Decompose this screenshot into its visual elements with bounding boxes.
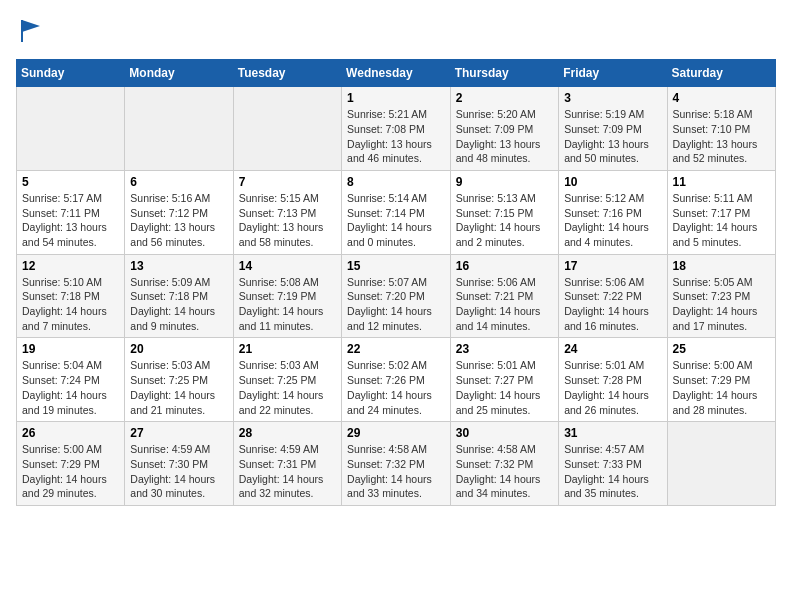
calendar-cell: 13Sunrise: 5:09 AM Sunset: 7:18 PM Dayli…	[125, 254, 233, 338]
day-number: 14	[239, 259, 336, 273]
logo	[16, 16, 46, 49]
day-number: 4	[673, 91, 770, 105]
day-number: 5	[22, 175, 119, 189]
day-number: 12	[22, 259, 119, 273]
day-info: Sunrise: 5:15 AM Sunset: 7:13 PM Dayligh…	[239, 191, 336, 250]
day-info: Sunrise: 5:03 AM Sunset: 7:25 PM Dayligh…	[239, 358, 336, 417]
calendar-cell: 27Sunrise: 4:59 AM Sunset: 7:30 PM Dayli…	[125, 422, 233, 506]
calendar-header-row: SundayMondayTuesdayWednesdayThursdayFrid…	[17, 60, 776, 87]
day-number: 22	[347, 342, 445, 356]
svg-rect-1	[21, 20, 23, 42]
day-number: 27	[130, 426, 227, 440]
day-info: Sunrise: 5:14 AM Sunset: 7:14 PM Dayligh…	[347, 191, 445, 250]
day-number: 16	[456, 259, 553, 273]
calendar-cell: 8Sunrise: 5:14 AM Sunset: 7:14 PM Daylig…	[342, 170, 451, 254]
calendar-cell: 21Sunrise: 5:03 AM Sunset: 7:25 PM Dayli…	[233, 338, 341, 422]
day-info: Sunrise: 5:04 AM Sunset: 7:24 PM Dayligh…	[22, 358, 119, 417]
day-number: 28	[239, 426, 336, 440]
day-info: Sunrise: 5:12 AM Sunset: 7:16 PM Dayligh…	[564, 191, 661, 250]
day-info: Sunrise: 5:03 AM Sunset: 7:25 PM Dayligh…	[130, 358, 227, 417]
calendar-cell: 7Sunrise: 5:15 AM Sunset: 7:13 PM Daylig…	[233, 170, 341, 254]
calendar-cell: 11Sunrise: 5:11 AM Sunset: 7:17 PM Dayli…	[667, 170, 775, 254]
day-number: 7	[239, 175, 336, 189]
day-info: Sunrise: 5:07 AM Sunset: 7:20 PM Dayligh…	[347, 275, 445, 334]
weekday-header-wednesday: Wednesday	[342, 60, 451, 87]
day-number: 29	[347, 426, 445, 440]
calendar-cell: 28Sunrise: 4:59 AM Sunset: 7:31 PM Dayli…	[233, 422, 341, 506]
day-number: 2	[456, 91, 553, 105]
calendar-cell: 20Sunrise: 5:03 AM Sunset: 7:25 PM Dayli…	[125, 338, 233, 422]
calendar-cell: 18Sunrise: 5:05 AM Sunset: 7:23 PM Dayli…	[667, 254, 775, 338]
calendar-cell: 30Sunrise: 4:58 AM Sunset: 7:32 PM Dayli…	[450, 422, 558, 506]
day-info: Sunrise: 5:06 AM Sunset: 7:22 PM Dayligh…	[564, 275, 661, 334]
calendar-cell: 3Sunrise: 5:19 AM Sunset: 7:09 PM Daylig…	[559, 87, 667, 171]
day-info: Sunrise: 4:58 AM Sunset: 7:32 PM Dayligh…	[347, 442, 445, 501]
day-number: 1	[347, 91, 445, 105]
day-info: Sunrise: 5:13 AM Sunset: 7:15 PM Dayligh…	[456, 191, 553, 250]
calendar-cell	[667, 422, 775, 506]
day-number: 8	[347, 175, 445, 189]
weekday-header-friday: Friday	[559, 60, 667, 87]
day-info: Sunrise: 5:00 AM Sunset: 7:29 PM Dayligh…	[673, 358, 770, 417]
weekday-header-monday: Monday	[125, 60, 233, 87]
calendar-cell: 2Sunrise: 5:20 AM Sunset: 7:09 PM Daylig…	[450, 87, 558, 171]
calendar-cell: 31Sunrise: 4:57 AM Sunset: 7:33 PM Dayli…	[559, 422, 667, 506]
day-number: 10	[564, 175, 661, 189]
logo-flag-icon	[18, 16, 46, 44]
day-number: 13	[130, 259, 227, 273]
day-number: 24	[564, 342, 661, 356]
day-info: Sunrise: 5:10 AM Sunset: 7:18 PM Dayligh…	[22, 275, 119, 334]
weekday-header-tuesday: Tuesday	[233, 60, 341, 87]
weekday-header-saturday: Saturday	[667, 60, 775, 87]
day-info: Sunrise: 5:20 AM Sunset: 7:09 PM Dayligh…	[456, 107, 553, 166]
day-number: 25	[673, 342, 770, 356]
day-number: 21	[239, 342, 336, 356]
day-info: Sunrise: 5:11 AM Sunset: 7:17 PM Dayligh…	[673, 191, 770, 250]
calendar-cell: 25Sunrise: 5:00 AM Sunset: 7:29 PM Dayli…	[667, 338, 775, 422]
day-number: 23	[456, 342, 553, 356]
day-info: Sunrise: 4:59 AM Sunset: 7:31 PM Dayligh…	[239, 442, 336, 501]
calendar-cell	[17, 87, 125, 171]
day-info: Sunrise: 5:06 AM Sunset: 7:21 PM Dayligh…	[456, 275, 553, 334]
calendar-cell: 5Sunrise: 5:17 AM Sunset: 7:11 PM Daylig…	[17, 170, 125, 254]
svg-marker-0	[22, 20, 40, 32]
calendar-week-row: 19Sunrise: 5:04 AM Sunset: 7:24 PM Dayli…	[17, 338, 776, 422]
weekday-header-sunday: Sunday	[17, 60, 125, 87]
day-info: Sunrise: 5:16 AM Sunset: 7:12 PM Dayligh…	[130, 191, 227, 250]
day-number: 18	[673, 259, 770, 273]
calendar-cell: 23Sunrise: 5:01 AM Sunset: 7:27 PM Dayli…	[450, 338, 558, 422]
day-number: 26	[22, 426, 119, 440]
calendar-week-row: 5Sunrise: 5:17 AM Sunset: 7:11 PM Daylig…	[17, 170, 776, 254]
day-number: 11	[673, 175, 770, 189]
calendar-week-row: 26Sunrise: 5:00 AM Sunset: 7:29 PM Dayli…	[17, 422, 776, 506]
calendar-cell	[125, 87, 233, 171]
day-info: Sunrise: 5:21 AM Sunset: 7:08 PM Dayligh…	[347, 107, 445, 166]
calendar-week-row: 1Sunrise: 5:21 AM Sunset: 7:08 PM Daylig…	[17, 87, 776, 171]
day-info: Sunrise: 5:05 AM Sunset: 7:23 PM Dayligh…	[673, 275, 770, 334]
day-number: 31	[564, 426, 661, 440]
day-info: Sunrise: 4:59 AM Sunset: 7:30 PM Dayligh…	[130, 442, 227, 501]
day-info: Sunrise: 5:19 AM Sunset: 7:09 PM Dayligh…	[564, 107, 661, 166]
calendar-cell: 10Sunrise: 5:12 AM Sunset: 7:16 PM Dayli…	[559, 170, 667, 254]
day-info: Sunrise: 5:00 AM Sunset: 7:29 PM Dayligh…	[22, 442, 119, 501]
day-info: Sunrise: 4:57 AM Sunset: 7:33 PM Dayligh…	[564, 442, 661, 501]
day-number: 19	[22, 342, 119, 356]
day-number: 6	[130, 175, 227, 189]
day-number: 9	[456, 175, 553, 189]
day-info: Sunrise: 5:02 AM Sunset: 7:26 PM Dayligh…	[347, 358, 445, 417]
calendar-week-row: 12Sunrise: 5:10 AM Sunset: 7:18 PM Dayli…	[17, 254, 776, 338]
calendar-cell: 15Sunrise: 5:07 AM Sunset: 7:20 PM Dayli…	[342, 254, 451, 338]
calendar-cell: 4Sunrise: 5:18 AM Sunset: 7:10 PM Daylig…	[667, 87, 775, 171]
calendar-cell: 24Sunrise: 5:01 AM Sunset: 7:28 PM Dayli…	[559, 338, 667, 422]
calendar-cell: 14Sunrise: 5:08 AM Sunset: 7:19 PM Dayli…	[233, 254, 341, 338]
day-number: 17	[564, 259, 661, 273]
day-info: Sunrise: 5:08 AM Sunset: 7:19 PM Dayligh…	[239, 275, 336, 334]
calendar-cell: 29Sunrise: 4:58 AM Sunset: 7:32 PM Dayli…	[342, 422, 451, 506]
calendar-cell: 17Sunrise: 5:06 AM Sunset: 7:22 PM Dayli…	[559, 254, 667, 338]
day-number: 20	[130, 342, 227, 356]
day-number: 3	[564, 91, 661, 105]
day-info: Sunrise: 5:18 AM Sunset: 7:10 PM Dayligh…	[673, 107, 770, 166]
calendar-cell: 16Sunrise: 5:06 AM Sunset: 7:21 PM Dayli…	[450, 254, 558, 338]
calendar-cell: 1Sunrise: 5:21 AM Sunset: 7:08 PM Daylig…	[342, 87, 451, 171]
calendar-cell: 12Sunrise: 5:10 AM Sunset: 7:18 PM Dayli…	[17, 254, 125, 338]
